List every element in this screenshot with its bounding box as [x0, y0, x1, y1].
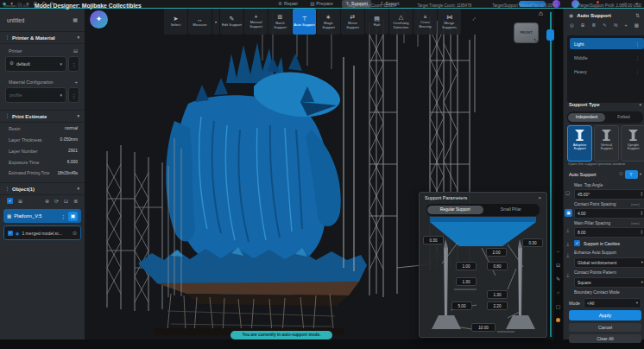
tab-repair[interactable]: ⚙ Repair	[275, 0, 301, 8]
support-in-cavities-checkbox[interactable]: ✓	[574, 240, 580, 246]
tab-regular-support[interactable]: Regular Support	[427, 206, 483, 214]
model-visibility-checkbox[interactable]: ✓	[8, 231, 13, 236]
tab-prepare[interactable]: ▤ Prepare	[306, 0, 337, 8]
layer-slider-handle[interactable]	[546, 29, 554, 41]
measure-dropdown-button[interactable]: ▾	[212, 9, 219, 35]
edit-strip-icon[interactable]: ✎	[556, 276, 560, 282]
auto-support-toggle[interactable]: ⊤	[625, 170, 638, 179]
contact-points-pattern-select[interactable]: Square ▾	[574, 277, 644, 288]
snapshot-icon[interactable]: ⊡	[556, 263, 560, 268]
add-profile-icon[interactable]: +	[625, 23, 628, 29]
kebab-menu-icon[interactable]: ⋮	[635, 69, 640, 74]
section-objects[interactable]: ⋮ Object(1) ▾	[0, 182, 85, 195]
edit-support-button[interactable]: ✎ Edit Support	[220, 9, 243, 35]
printer-select[interactable]: ⚙ default ▾	[5, 56, 66, 72]
nav-cube[interactable]: FRONT ✎	[514, 22, 539, 43]
param-bottom-right[interactable]: 2.20	[487, 301, 508, 310]
mirror-support-button[interactable]: ⇄ Mirror Support	[341, 9, 364, 35]
material-options-button[interactable]: ⋮	[68, 87, 79, 103]
mode-select[interactable]: <All ▾	[584, 298, 641, 308]
tab-forked[interactable]: Forked	[605, 113, 642, 122]
manual-support-button[interactable]: + Manual Support	[244, 9, 268, 35]
chevron-down-icon[interactable]: ▾	[77, 35, 79, 40]
edit-profile-icon[interactable]: ✎	[603, 23, 607, 29]
add-material-icon[interactable]: +	[74, 79, 78, 85]
kebab-menu-icon[interactable]: ⋮	[635, 41, 640, 47]
card-adaptive-support[interactable]: Adaptive Support	[567, 125, 592, 162]
delete-object-icon[interactable]: ⊡	[64, 199, 68, 204]
layer-slider-track[interactable]	[550, 12, 552, 337]
tab-small-pillar[interactable]: Small Pillar	[483, 206, 540, 214]
collapse-strip-icon[interactable]: ‒	[557, 249, 559, 254]
model-monster[interactable]	[166, 42, 341, 272]
enhance-auto-support-select[interactable]: Global reinforcement ▾	[574, 257, 644, 268]
platform-action-button[interactable]: ▣	[68, 212, 78, 221]
raft-button[interactable]: ▤ Raft	[365, 9, 388, 35]
card-upright-support[interactable]: Upright Support	[621, 125, 644, 162]
apply-button[interactable]: Apply	[569, 310, 641, 320]
section-print-estimate[interactable]: ⋮ Print Estimate ▾	[0, 110, 85, 123]
select-all-checkbox[interactable]: ✓	[7, 198, 13, 204]
cancel-button[interactable]: Cancel	[569, 323, 641, 332]
close-icon[interactable]: ×	[538, 195, 541, 200]
duplicate-object-icon[interactable]: ⟳	[54, 199, 59, 204]
group-objects-icon[interactable]: ⊞	[18, 199, 22, 204]
param-base[interactable]: 10.00	[471, 323, 496, 332]
param-low-right[interactable]: 1.30	[487, 290, 508, 299]
percent-icon[interactable]: %	[614, 23, 618, 29]
param-center[interactable]: 2.00	[486, 248, 507, 257]
chevron-down-icon[interactable]: ▾	[640, 173, 641, 177]
auto-support-button[interactable]: ⊤ Auto Support	[293, 9, 316, 35]
chevron-down-icon[interactable]: ▾	[77, 187, 79, 191]
param-mid-right[interactable]: 0.80	[487, 262, 508, 270]
param-bottom-left[interactable]: 5.00	[451, 301, 472, 310]
list-view-icon[interactable]: ≣	[73, 199, 78, 204]
stepper-icon[interactable]: ▲▼	[641, 211, 643, 217]
main-pillar-spacing-field[interactable]: 8.00 ▲▼	[574, 227, 644, 238]
object-row-platform[interactable]: ▦ Platform_V:5 ⋮ ▣	[3, 209, 81, 223]
copy-icon[interactable]: ⊞	[581, 23, 585, 29]
magic-support-button[interactable]: ∗ Magic Support	[317, 9, 340, 35]
overhang-detection-button[interactable]: △ Overhang Detection	[389, 9, 413, 35]
bulb-icon[interactable]: ◎	[570, 23, 574, 29]
printer-icon[interactable]: ⊟	[73, 48, 78, 54]
batch-support-button[interactable]: ⊞ Batch Support	[268, 9, 292, 35]
param-low-left[interactable]: 1.30	[456, 277, 477, 286]
panel-icon[interactable]: ▦	[635, 23, 639, 29]
chevron-down-icon[interactable]: ▾	[639, 103, 641, 107]
merge-supports-button[interactable]: ⋈ Merge Supports	[438, 9, 461, 35]
profile-middle[interactable]: Middle ⋮	[570, 52, 644, 63]
add-object-icon[interactable]: ⊕	[45, 199, 49, 204]
probe-icon[interactable]: ○	[557, 290, 560, 295]
eye-icon[interactable]: ⊙	[73, 231, 77, 236]
kebab-menu-icon[interactable]: ⋮	[635, 55, 640, 60]
clear-all-button[interactable]: Clear All	[569, 334, 641, 343]
layers-icon[interactable]: ≣	[591, 23, 596, 29]
contact-point-icon[interactable]: ▣	[565, 209, 572, 217]
profile-heavy[interactable]: Heavy ⋮	[570, 66, 644, 77]
material-select[interactable]: profile ▾	[5, 87, 66, 103]
card-vertical-support[interactable]: Vertical Support	[594, 125, 619, 162]
param-top-right[interactable]: 0.30	[522, 238, 543, 247]
tab-independent[interactable]: Independent	[568, 113, 605, 122]
profile-light[interactable]: Light ⋮	[570, 38, 644, 49]
info-icon[interactable]: ⓘ	[619, 173, 623, 177]
object-row-model[interactable]: ✓ ◉ 1 merged model.st... ⊙	[3, 225, 81, 240]
brand-badge-icon[interactable]: ✦	[90, 10, 108, 29]
param-top-left[interactable]: 0.30	[423, 236, 444, 244]
home-view-icon[interactable]: ⌂	[539, 10, 543, 17]
preview-window-link[interactable]: Open the support preview window	[568, 162, 644, 166]
stepper-icon[interactable]: ▲▼	[641, 192, 643, 198]
max-top-angle-field[interactable]: 45.00° ▲▼	[574, 189, 644, 200]
measure-tool-button[interactable]: ↔ Measure	[188, 9, 212, 35]
cross-bracing-button[interactable]: × Cross Bracing	[414, 9, 437, 35]
param-mid-left[interactable]: 1.00	[456, 262, 477, 270]
section-printer-material[interactable]: ⋮ Printer & Material ▾	[0, 31, 85, 44]
collapse-panel-icon[interactable]: ▦	[73, 17, 78, 22]
stepper-icon[interactable]: ▲▼	[641, 230, 643, 236]
chevron-down-icon[interactable]: ▾	[77, 114, 79, 118]
contact-point-spacing-field[interactable]: 4.00 ▲▼	[574, 208, 644, 219]
select-tool-button[interactable]: ➤ Select	[164, 9, 187, 35]
kebab-menu-icon[interactable]: ⋮	[60, 213, 66, 219]
tune-icon[interactable]: ⇅	[635, 13, 640, 18]
